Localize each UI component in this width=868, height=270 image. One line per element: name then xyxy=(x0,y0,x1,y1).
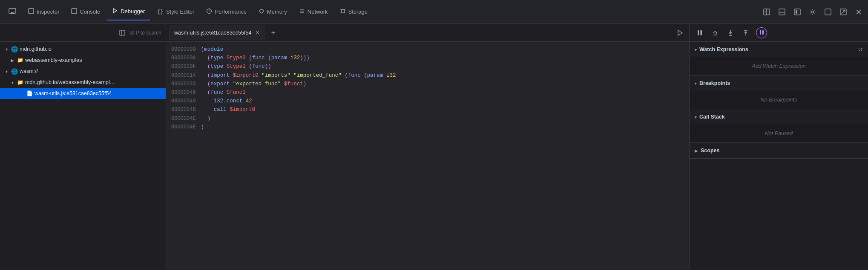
scopes-chevron-icon: ▶ xyxy=(695,148,698,153)
wasm-globe-icon: 🌐 xyxy=(11,68,18,75)
dock-bottom-button[interactable] xyxy=(776,6,788,18)
code-content: i32.const 42 xyxy=(201,97,252,105)
run-script-button[interactable] xyxy=(674,27,686,39)
console-icon xyxy=(71,8,77,15)
undock-button[interactable] xyxy=(822,6,834,18)
right-panel: ▾ Watch Expressions ↺ Add Watch Expressi… xyxy=(689,24,868,270)
tree-label-mdn-github: mdn.github.io xyxy=(20,46,52,52)
style-editor-icon: {} xyxy=(157,9,164,15)
svg-rect-2 xyxy=(10,13,14,14)
breakpoints-header[interactable]: ▾ Breakpoints xyxy=(690,75,868,91)
tab-console[interactable]: Console xyxy=(66,3,105,20)
tree-item-mdn-github[interactable]: ▾ 🌐 mdn.github.io xyxy=(0,44,166,55)
chevron-webassembly-icon: ▶ xyxy=(9,57,15,63)
code-line: 0000004E ) xyxy=(166,123,689,131)
svg-rect-27 xyxy=(698,30,699,35)
tab-network[interactable]: Network xyxy=(294,3,333,20)
add-tab-button[interactable]: + xyxy=(267,27,279,39)
dock-side-button[interactable] xyxy=(791,6,803,18)
svg-marker-26 xyxy=(678,30,682,35)
tab-storage[interactable]: Storage xyxy=(335,3,373,20)
pause-on-exceptions-button[interactable] xyxy=(756,27,767,38)
performance-icon xyxy=(206,8,212,15)
step-in-button[interactable] xyxy=(725,28,736,38)
network-icon xyxy=(299,8,305,15)
code-addr: 0000000F xyxy=(166,63,201,71)
tab-inspector[interactable]: Inspector xyxy=(23,3,64,20)
code-addr: 0000004E xyxy=(166,123,201,131)
console-label: Console xyxy=(80,9,100,15)
code-content: (import $import0 "imports" "imported_fun… xyxy=(201,71,396,80)
code-content: (type $type0 (func (param i32))) xyxy=(201,54,310,62)
breakpoints-body: No Breakpoints xyxy=(690,91,868,109)
svg-rect-17 xyxy=(796,10,797,14)
breakpoints-title: Breakpoints xyxy=(699,80,730,86)
svg-rect-14 xyxy=(779,9,785,15)
code-editor[interactable]: 00000000 (module 0000000A (type $type0 (… xyxy=(166,42,689,270)
code-addr: 00000046 xyxy=(166,89,201,97)
code-content: ) xyxy=(201,123,204,131)
code-addr: 00000033 xyxy=(166,80,201,88)
tree-label-mdn-wasm: mdn.github.io/webassembly-exampl… xyxy=(25,79,115,85)
tree-label-webassembly-examples: webassembly-examples xyxy=(25,57,82,63)
tab-style-editor[interactable]: {} Style Editor xyxy=(152,3,199,20)
tab-filename-label: wasm-utils.js:e581cae83ec55f54 xyxy=(174,30,251,36)
toolbar-right-controls xyxy=(761,6,865,18)
split-layout-button[interactable] xyxy=(761,6,773,18)
svg-point-18 xyxy=(812,11,814,13)
inspector-label: Inspector xyxy=(37,9,59,15)
wasm-folder-icon: 📁 xyxy=(17,79,23,85)
tab-debugger[interactable]: Debugger xyxy=(107,3,150,20)
main-toolbar: Inspector Console Debugger {} Style Edit… xyxy=(0,0,868,24)
step-out-button[interactable] xyxy=(741,28,751,38)
close-devtools-button[interactable] xyxy=(853,6,865,18)
svg-rect-3 xyxy=(29,9,34,14)
tree-item-webassembly-examples[interactable]: ▶ 📁 webassembly-examples xyxy=(0,55,166,66)
tab-memory[interactable]: Memory xyxy=(253,3,292,20)
tree-item-wasm-utils[interactable]: ▶ 📄 wasm-utils.js:e581cae83ec55f54 xyxy=(0,88,166,99)
add-watch-expression-button[interactable]: Add Watch Expression xyxy=(696,61,861,72)
watch-chevron-icon: ▾ xyxy=(695,47,697,52)
code-addr: 0000004B xyxy=(166,106,201,114)
tab-performance[interactable]: Performance xyxy=(201,3,251,20)
step-over-button[interactable] xyxy=(710,28,720,38)
tree-item-mdn-wasm-folder[interactable]: ▾ 📁 mdn.github.io/webassembly-exampl… xyxy=(0,77,166,88)
watch-expressions-title: Watch Expressions xyxy=(699,46,748,52)
svg-rect-4 xyxy=(72,9,77,14)
settings-button[interactable] xyxy=(807,6,819,18)
code-addr: 00000049 xyxy=(166,97,201,105)
collapse-sources-button[interactable] xyxy=(118,29,126,37)
watch-refresh-button[interactable]: ↺ xyxy=(858,46,863,53)
call-stack-header[interactable]: ▾ Call Stack xyxy=(690,109,868,125)
call-stack-body: Not Paused xyxy=(690,125,868,142)
scopes-header[interactable]: ▶ Scopes xyxy=(690,143,868,158)
pause-button[interactable] xyxy=(695,28,705,38)
code-content: (type $type1 (func)) xyxy=(201,62,271,71)
code-content: (export "exported_func" $func1) xyxy=(201,80,307,88)
code-line: 00000033 (export "exported_func" $func1) xyxy=(166,80,689,88)
minimize-button[interactable] xyxy=(837,6,849,18)
svg-rect-19 xyxy=(825,9,831,15)
code-line: 0000000A (type $type0 (func (param i32))… xyxy=(166,54,689,62)
code-content: ) xyxy=(201,114,211,123)
file-tab-wasm-utils[interactable]: wasm-utils.js:e581cae83ec55f54 ✕ xyxy=(170,26,265,40)
svg-rect-1 xyxy=(11,12,14,13)
debugger-label: Debugger xyxy=(121,8,145,15)
network-label: Network xyxy=(308,9,328,15)
file-tree: ▾ 🌐 mdn.github.io ▶ 📁 webassembly-exampl… xyxy=(0,42,166,270)
svg-rect-28 xyxy=(701,30,702,35)
tree-item-wasm[interactable]: ▾ 🌐 wasm:// xyxy=(0,66,166,77)
code-addr: 00000000 xyxy=(166,46,201,54)
close-tab-button[interactable]: ✕ xyxy=(254,29,261,36)
call-stack-title: Call Stack xyxy=(699,114,725,120)
code-line: 00000046 (func $func1 xyxy=(166,88,689,97)
watch-expressions-header[interactable]: ▾ Watch Expressions ↺ xyxy=(690,42,868,57)
code-line: 0000004E ) xyxy=(166,114,689,123)
memory-icon xyxy=(259,8,264,15)
search-bar: ⌘ P to search xyxy=(0,24,166,42)
code-addr: 0000000A xyxy=(166,54,201,62)
svg-rect-35 xyxy=(762,30,764,35)
center-panel: wasm-utils.js:e581cae83ec55f54 ✕ + 00000… xyxy=(166,24,689,270)
responsive-design-button[interactable] xyxy=(3,3,21,20)
scopes-title: Scopes xyxy=(701,148,719,154)
